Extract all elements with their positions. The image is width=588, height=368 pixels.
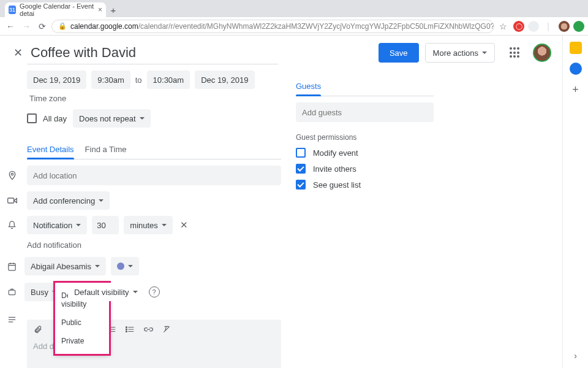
tasks-icon[interactable] bbox=[570, 63, 582, 75]
location-pin-icon bbox=[7, 171, 20, 180]
modify-event-label: Modify event bbox=[313, 148, 358, 158]
description-icon bbox=[7, 316, 20, 323]
chevron-down-icon bbox=[133, 291, 138, 293]
clear-formatting-icon[interactable] bbox=[162, 324, 172, 334]
extension-icon[interactable]: ◯ bbox=[513, 21, 524, 32]
to-label: to bbox=[135, 75, 142, 85]
svg-point-0 bbox=[11, 173, 13, 175]
svg-point-8 bbox=[126, 329, 127, 330]
keep-icon[interactable] bbox=[570, 42, 582, 54]
collapse-panel-icon[interactable]: › bbox=[574, 351, 577, 361]
timezone-link[interactable]: Time zone bbox=[29, 94, 66, 103]
more-actions-button[interactable]: More actions bbox=[425, 43, 495, 63]
conferencing-select[interactable]: Add conferencing bbox=[27, 191, 110, 210]
browser-toolbar: ← → ⟳ 🔒 calendar.google.com/calendar/r/e… bbox=[0, 17, 588, 36]
calendar-favicon: 31 bbox=[9, 6, 16, 14]
extension-icon[interactable] bbox=[573, 21, 584, 32]
video-icon bbox=[7, 197, 20, 204]
link-icon[interactable] bbox=[143, 324, 153, 334]
account-avatar[interactable] bbox=[533, 44, 551, 62]
tab-find-time[interactable]: Find a Time bbox=[85, 141, 127, 159]
tab-title: Google Calendar - Event detai bbox=[20, 2, 98, 17]
chevron-down-icon bbox=[76, 224, 81, 226]
bell-icon bbox=[7, 220, 20, 230]
see-guest-list-checkbox[interactable] bbox=[296, 180, 306, 190]
end-time-chip[interactable]: 10:30am bbox=[147, 71, 190, 89]
svg-point-9 bbox=[126, 331, 127, 332]
close-event-icon[interactable]: ✕ bbox=[11, 46, 24, 59]
side-panel: + › bbox=[562, 36, 588, 368]
save-button[interactable]: Save bbox=[379, 43, 419, 63]
notification-amount-input[interactable]: 30 bbox=[92, 216, 119, 234]
add-notification-link[interactable]: Add notification bbox=[27, 240, 281, 250]
tab-guests[interactable]: Guests bbox=[296, 78, 321, 96]
browser-tab-strip: 31 Google Calendar - Event detai × + bbox=[0, 0, 588, 17]
chevron-down-icon bbox=[140, 117, 145, 120]
svg-point-7 bbox=[126, 327, 127, 328]
remove-notification-icon[interactable]: ✕ bbox=[180, 220, 188, 231]
invite-others-checkbox[interactable] bbox=[296, 164, 306, 174]
help-icon[interactable]: ? bbox=[149, 286, 160, 297]
invite-others-label: Invite others bbox=[313, 164, 356, 174]
new-tab-button[interactable]: + bbox=[106, 2, 121, 17]
modify-event-checkbox[interactable] bbox=[296, 148, 306, 158]
all-day-label: All day bbox=[43, 114, 67, 123]
close-tab-icon[interactable]: × bbox=[98, 6, 102, 14]
bulleted-list-icon[interactable] bbox=[125, 324, 135, 334]
visibility-option[interactable]: Public bbox=[55, 313, 109, 332]
chevron-down-icon bbox=[99, 199, 104, 202]
svg-rect-3 bbox=[9, 290, 15, 295]
notification-unit-select[interactable]: minutes bbox=[124, 216, 173, 234]
add-guests-input[interactable] bbox=[296, 102, 434, 122]
location-input[interactable] bbox=[27, 166, 281, 185]
attachment-icon[interactable] bbox=[33, 324, 43, 334]
calendar-icon bbox=[7, 262, 20, 271]
start-time-chip[interactable]: 9:30am bbox=[91, 71, 130, 89]
see-guest-list-label: See guest list bbox=[313, 180, 361, 190]
all-day-checkbox[interactable] bbox=[27, 113, 37, 123]
notification-type-select[interactable]: Notification bbox=[27, 216, 87, 234]
extension-icon[interactable] bbox=[528, 21, 539, 32]
visibility-select[interactable]: Default visibility bbox=[68, 283, 144, 301]
google-apps-icon[interactable] bbox=[510, 47, 521, 58]
chevron-down-icon bbox=[482, 52, 487, 54]
forward-icon: → bbox=[20, 20, 33, 33]
recurrence-select[interactable]: Does not repeat bbox=[73, 109, 151, 128]
event-color-select[interactable] bbox=[111, 257, 139, 275]
chevron-down-icon bbox=[95, 265, 100, 267]
reload-icon[interactable]: ⟳ bbox=[36, 20, 49, 33]
briefcase-icon bbox=[7, 288, 20, 296]
visibility-option[interactable]: Private bbox=[55, 332, 109, 350]
start-date-chip[interactable]: Dec 19, 2019 bbox=[27, 71, 86, 89]
lock-icon: 🔒 bbox=[58, 22, 67, 30]
color-dot-icon bbox=[117, 263, 124, 270]
tab-event-details[interactable]: Event Details bbox=[27, 141, 74, 159]
address-bar[interactable]: 🔒 calendar.google.com/calendar/r/evented… bbox=[51, 20, 494, 33]
end-date-chip[interactable]: Dec 19, 2019 bbox=[195, 71, 254, 89]
svg-rect-2 bbox=[9, 263, 15, 270]
guest-permissions-heading: Guest permissions bbox=[296, 133, 434, 142]
svg-rect-1 bbox=[8, 198, 14, 203]
bookmark-star-icon[interactable]: ☆ bbox=[499, 21, 507, 31]
chevron-down-icon bbox=[162, 224, 167, 226]
browser-tab[interactable]: 31 Google Calendar - Event detai × bbox=[5, 2, 106, 17]
add-addon-icon[interactable]: + bbox=[572, 83, 579, 96]
event-title-input[interactable]: Coffee with David bbox=[31, 45, 136, 61]
profile-avatar-icon[interactable] bbox=[559, 21, 570, 32]
back-icon[interactable]: ← bbox=[4, 20, 17, 33]
calendar-owner-select[interactable]: Abigail Abesamis bbox=[24, 257, 106, 275]
menu-divider: | bbox=[541, 20, 555, 33]
chevron-down-icon bbox=[128, 265, 133, 267]
